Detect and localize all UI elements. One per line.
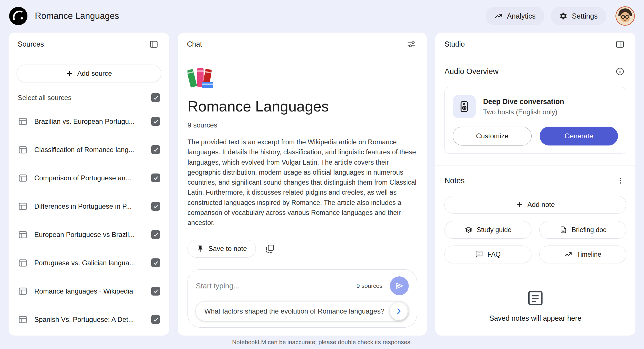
source-checkbox[interactable]	[151, 173, 160, 182]
source-count: 9 sources	[188, 121, 417, 129]
source-doc-icon	[18, 230, 28, 240]
source-checkbox[interactable]	[151, 230, 160, 239]
source-label: Portuguese vs. Galician langua...	[34, 259, 145, 267]
document-icon	[559, 226, 567, 234]
source-row[interactable]: Comparison of Portuguese an...	[9, 164, 169, 192]
studio-divider	[435, 165, 635, 165]
source-label: Comparison of Portuguese an...	[34, 174, 145, 182]
check-icon	[153, 260, 159, 266]
select-all-label: Select all sources	[18, 94, 71, 102]
analytics-label: Analytics	[507, 12, 536, 20]
faq-button[interactable]: FAQ	[444, 246, 531, 263]
source-checkbox[interactable]	[151, 258, 160, 267]
deep-dive-subtitle: Two hosts (English only)	[483, 108, 564, 116]
audio-overview-info-button[interactable]	[614, 65, 626, 78]
avatar[interactable]	[615, 6, 635, 26]
notebook-title-header[interactable]: Romance Languages	[35, 11, 119, 21]
disclaimer: NotebookLM can be inaccurate; please dou…	[0, 336, 644, 348]
source-row[interactable]: Differences in Portuguese in P...	[9, 192, 169, 220]
settings-button[interactable]: Settings	[551, 7, 606, 25]
panel-collapse-right-icon	[615, 40, 625, 49]
plus-icon	[516, 201, 523, 208]
source-label: Differences in Portuguese in P...	[34, 202, 145, 210]
source-label: Brazilian vs. European Portugu...	[34, 117, 145, 125]
trending-up-icon	[564, 250, 572, 258]
source-label: Classification of Romance lang...	[34, 146, 145, 154]
saved-notes-icon	[526, 288, 545, 308]
tune-icon	[407, 40, 416, 49]
notes-empty-state: Saved notes will appear here	[444, 288, 626, 322]
panel-collapse-left-icon	[149, 40, 158, 49]
source-label: European Portuguese vs Brazil...	[34, 231, 145, 239]
source-doc-icon	[18, 173, 28, 183]
notes-menu-button[interactable]	[614, 175, 626, 187]
timeline-button[interactable]: Timeline	[539, 246, 626, 263]
source-row[interactable]: Brazilian vs. European Portugu...	[9, 107, 169, 135]
chat-bubble-icon	[475, 250, 483, 258]
studio-panel: Studio Audio Overview	[435, 33, 635, 336]
audio-overview-card: Deep Dive conversation Two hosts (Englis…	[444, 87, 626, 154]
source-doc-icon	[18, 116, 28, 127]
gear-icon	[559, 12, 568, 20]
save-to-note-button[interactable]: Save to note	[188, 240, 256, 258]
notebook-summary: The provided text is an excerpt from the…	[188, 137, 417, 228]
source-doc-icon	[18, 201, 28, 212]
sources-panel-title: Sources	[18, 40, 44, 48]
notebook-title: Romance Languages	[188, 98, 417, 115]
settings-label: Settings	[572, 12, 598, 20]
analytics-button[interactable]: Analytics	[486, 7, 544, 25]
check-icon	[153, 119, 159, 124]
source-row[interactable]: Romance languages - Wikipedia	[9, 277, 169, 305]
source-row[interactable]: Spanish Vs. Portuguese: A Det...	[9, 305, 169, 334]
check-icon	[153, 288, 159, 294]
source-doc-icon	[18, 145, 28, 155]
source-doc-icon	[18, 258, 28, 268]
source-checkbox[interactable]	[151, 315, 160, 324]
info-icon	[615, 67, 625, 76]
input-source-count: 9 sources	[356, 282, 382, 289]
speaker-icon	[458, 100, 470, 113]
source-checkbox[interactable]	[151, 117, 160, 126]
collapse-studio-button[interactable]	[614, 38, 626, 51]
briefing-doc-button[interactable]: Briefing doc	[539, 221, 626, 239]
select-all-checkbox[interactable]	[151, 93, 160, 102]
faq-label: FAQ	[487, 251, 501, 258]
send-icon	[395, 281, 404, 290]
source-doc-icon	[18, 286, 28, 296]
sources-panel: Sources Add source Select all sources	[9, 33, 169, 336]
source-label: Romance languages - Wikipedia	[34, 287, 145, 295]
notes-title: Notes	[444, 176, 465, 185]
suggested-question-arrow-button[interactable]	[390, 302, 408, 320]
chat-input-container: 9 sources What factors shaped the evolut…	[188, 269, 417, 328]
speaker-tile	[453, 95, 476, 118]
source-list: Brazilian vs. European Portugu... Classi…	[9, 107, 169, 334]
study-guide-button[interactable]: Study guide	[444, 221, 531, 239]
main-content: Sources Add source Select all sources	[0, 32, 644, 336]
chat-input[interactable]	[196, 282, 352, 290]
source-checkbox[interactable]	[151, 145, 160, 154]
source-doc-icon	[18, 314, 28, 325]
chat-panel: Chat Romance Languages 9 sources The pro…	[178, 33, 427, 336]
collapse-sources-button[interactable]	[147, 38, 160, 51]
source-row[interactable]: European Portuguese vs Brazil...	[9, 220, 169, 249]
add-note-button[interactable]: Add note	[444, 196, 626, 214]
briefing-doc-label: Briefing doc	[572, 226, 606, 234]
source-row[interactable]: Classification of Romance lang...	[9, 135, 169, 164]
studio-panel-title: Studio	[444, 40, 465, 48]
generate-button[interactable]: Generate	[540, 127, 618, 145]
customize-button[interactable]: Customize	[453, 127, 532, 145]
select-all-sources-row[interactable]: Select all sources	[9, 84, 169, 107]
notebooklm-logo-icon[interactable]	[9, 7, 27, 25]
chevron-right-icon	[395, 307, 403, 315]
check-icon	[153, 317, 159, 322]
add-source-button[interactable]: Add source	[17, 65, 161, 82]
source-checkbox[interactable]	[151, 202, 160, 211]
chat-settings-button[interactable]	[405, 38, 418, 51]
send-button[interactable]	[390, 276, 409, 295]
source-checkbox[interactable]	[151, 287, 160, 296]
copy-note-button[interactable]	[263, 242, 276, 255]
plus-icon	[66, 70, 73, 77]
source-row[interactable]: Portuguese vs. Galician langua...	[9, 249, 169, 277]
suggested-question-chip[interactable]: What factors shaped the evolution of Rom…	[196, 302, 409, 321]
trending-up-icon	[494, 12, 503, 20]
